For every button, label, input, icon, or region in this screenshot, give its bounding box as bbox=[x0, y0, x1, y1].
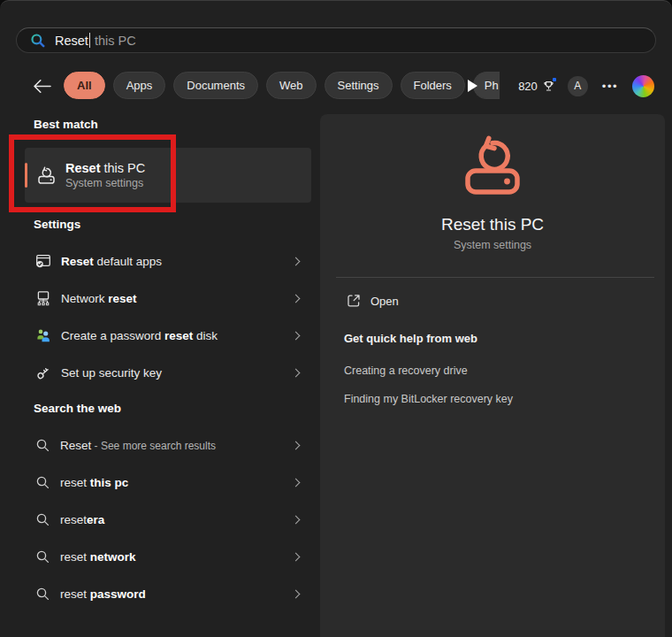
result-label: reset password bbox=[60, 587, 146, 601]
open-label: Open bbox=[370, 295, 399, 308]
chevron-right-icon bbox=[292, 478, 301, 487]
best-match-result[interactable]: Reset this PC System settings bbox=[25, 148, 311, 203]
search-icon bbox=[35, 438, 50, 453]
chevron-right-icon bbox=[292, 331, 301, 340]
search-icon bbox=[35, 512, 50, 527]
chevron-right-icon bbox=[292, 368, 301, 377]
web-header: Search the web bbox=[34, 402, 121, 415]
result-label: Set up security key bbox=[61, 366, 162, 380]
result-password-reset-disk[interactable]: Create a password reset disk bbox=[25, 317, 311, 354]
tab-folders[interactable]: Folders bbox=[401, 72, 465, 99]
help-header: Get quick help from web bbox=[344, 332, 477, 345]
result-label: Network reset bbox=[61, 292, 137, 305]
chevron-right-icon bbox=[292, 515, 301, 524]
divider bbox=[336, 277, 654, 278]
network-reset-icon bbox=[35, 290, 51, 306]
tab-folders-label: Folders bbox=[414, 79, 452, 92]
search-icon bbox=[30, 33, 46, 49]
result-label: Create a password reset disk bbox=[61, 329, 218, 342]
settings-header: Settings bbox=[34, 218, 80, 231]
filter-tabs: All Apps Documents Web Settings Folders … bbox=[64, 72, 500, 99]
result-security-key[interactable]: Set up security key bbox=[25, 354, 311, 391]
search-query-typed: Reset bbox=[55, 34, 88, 48]
best-match-subtitle: System settings bbox=[65, 177, 145, 189]
trophy-icon bbox=[542, 80, 555, 93]
play-icon[interactable] bbox=[468, 80, 477, 92]
search-window: Reset this PC All Apps Documents Web Set… bbox=[0, 0, 672, 637]
web-result-reset-network[interactable]: reset network bbox=[25, 538, 311, 575]
web-result-see-more[interactable]: Reset - See more search results bbox=[25, 426, 311, 464]
result-reset-default-apps[interactable]: Reset default apps bbox=[25, 242, 311, 280]
rewards-points: 820 bbox=[518, 80, 538, 93]
best-match-text: Reset this PC System settings bbox=[65, 161, 145, 189]
result-label: resetera bbox=[60, 513, 104, 526]
more-options-icon[interactable]: ••• bbox=[600, 80, 620, 93]
open-action[interactable]: Open bbox=[347, 294, 399, 308]
preview-title: Reset this PC bbox=[320, 215, 665, 234]
tab-documents[interactable]: Documents bbox=[173, 72, 258, 99]
result-label: Reset - See more search results bbox=[60, 439, 216, 452]
help-link-recovery-drive[interactable]: Creating a recovery drive bbox=[344, 365, 468, 377]
web-result-reset-this-pc[interactable]: reset this pc bbox=[25, 464, 311, 501]
search-icon bbox=[35, 549, 50, 564]
avatar[interactable]: A bbox=[568, 76, 588, 96]
tab-all[interactable]: All bbox=[64, 72, 105, 99]
external-link-icon bbox=[347, 294, 361, 308]
settings-results: Reset default apps Network reset Create … bbox=[25, 242, 311, 391]
result-label: reset this pc bbox=[60, 476, 128, 489]
best-match-header: Best match bbox=[34, 118, 98, 131]
chevron-right-icon bbox=[292, 552, 301, 561]
rewards-button[interactable]: 820 bbox=[518, 80, 555, 93]
preview-subtitle: System settings bbox=[320, 239, 665, 251]
result-label: reset network bbox=[60, 550, 136, 564]
chevron-right-icon bbox=[292, 257, 301, 265]
back-button[interactable] bbox=[32, 79, 53, 94]
password-reset-disk-icon bbox=[35, 327, 51, 343]
tab-settings-label: Settings bbox=[338, 79, 379, 92]
web-result-reset-password[interactable]: reset password bbox=[25, 575, 311, 612]
search-icon bbox=[35, 475, 50, 490]
topbar-actions: 820 A ••• bbox=[518, 73, 654, 98]
best-match-title: Reset this PC bbox=[65, 161, 145, 175]
preview-panel: Reset this PC System settings Open Get q… bbox=[320, 114, 665, 637]
chevron-right-icon bbox=[292, 589, 301, 598]
search-query-hint: this PC bbox=[91, 34, 136, 48]
tab-photos-label: Ph bbox=[485, 79, 499, 92]
copilot-icon[interactable] bbox=[632, 75, 654, 97]
result-label: Reset default apps bbox=[61, 255, 162, 268]
tab-all-label: All bbox=[77, 79, 92, 92]
chevron-right-icon bbox=[292, 441, 301, 449]
result-network-reset[interactable]: Network reset bbox=[25, 280, 311, 317]
chevron-right-icon bbox=[292, 294, 301, 303]
rewards-badge-dot bbox=[553, 78, 556, 81]
text-caret bbox=[89, 33, 90, 48]
reset-pc-icon bbox=[38, 166, 56, 184]
help-link-bitlocker-key[interactable]: Finding my BitLocker recovery key bbox=[344, 393, 513, 405]
tab-apps-label: Apps bbox=[126, 79, 153, 92]
selection-accent-bar bbox=[25, 163, 27, 188]
best-match-title-rest: this PC bbox=[101, 161, 146, 175]
tab-apps[interactable]: Apps bbox=[113, 72, 166, 99]
reset-default-apps-icon bbox=[35, 253, 51, 269]
web-result-resetera[interactable]: resetera bbox=[25, 501, 311, 538]
search-icon bbox=[35, 587, 50, 602]
tab-settings[interactable]: Settings bbox=[325, 72, 393, 99]
reset-pc-icon-large bbox=[464, 135, 521, 196]
avatar-letter: A bbox=[574, 80, 581, 92]
security-key-icon bbox=[35, 365, 51, 380]
search-input[interactable]: Reset this PC bbox=[16, 27, 656, 53]
search-query: Reset this PC bbox=[55, 33, 136, 48]
tab-web[interactable]: Web bbox=[266, 72, 317, 99]
web-results: Reset - See more search results reset th… bbox=[25, 426, 311, 612]
tab-web-label: Web bbox=[279, 79, 303, 92]
best-match-title-bold: Reset bbox=[65, 161, 101, 175]
tab-documents-label: Documents bbox=[187, 79, 245, 92]
